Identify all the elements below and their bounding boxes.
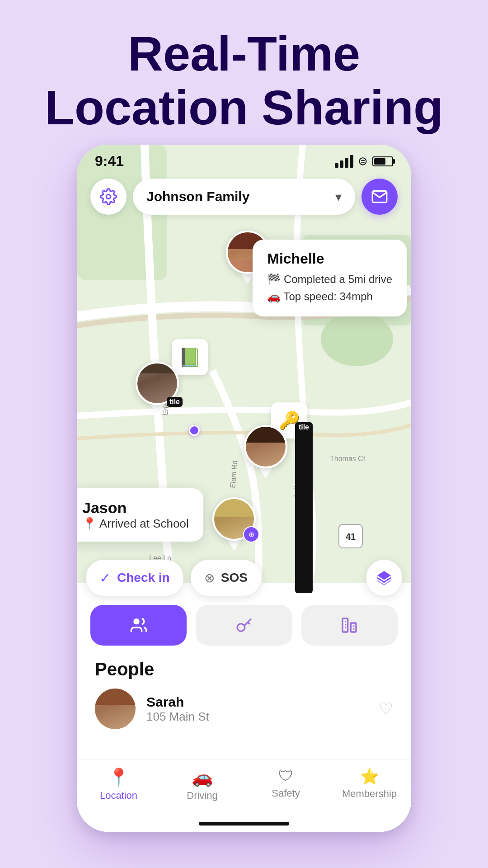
- sos-label: SOS: [221, 571, 248, 585]
- building-tab[interactable]: [301, 605, 398, 646]
- svg-text:41: 41: [346, 532, 356, 542]
- woman-pin[interactable]: [244, 425, 287, 478]
- svg-point-18: [133, 618, 139, 624]
- layers-button[interactable]: [366, 560, 402, 596]
- checkin-icon: ✓: [99, 570, 111, 586]
- status-icons: ⊜: [335, 154, 393, 168]
- battery-icon: [372, 156, 393, 166]
- jason-info-popup: Jason 📍 Arrived at School: [77, 488, 203, 542]
- mail-icon: [371, 188, 388, 205]
- driving-nav-icon: 🚗: [192, 767, 213, 787]
- person-name: Sarah: [146, 694, 209, 710]
- people-section: People Sarah 105 Main St ♡: [77, 650, 411, 734]
- map-header: Johnson Family ▾: [90, 179, 398, 215]
- membership-nav-label: Membership: [342, 788, 397, 800]
- nav-item-location[interactable]: 📍 Location: [77, 767, 160, 802]
- person-row[interactable]: Sarah 105 Main St ♡: [95, 689, 393, 729]
- nav-item-driving[interactable]: 🚗 Driving: [160, 767, 244, 802]
- people-title: People: [95, 659, 393, 679]
- family-name: Johnson Family: [146, 189, 249, 204]
- status-bar: 9:41 ⊜: [77, 145, 411, 174]
- checkin-label: Check in: [117, 571, 170, 585]
- building-icon: [340, 616, 358, 634]
- driving-nav-label: Driving: [187, 790, 217, 802]
- location-dot: [189, 425, 200, 436]
- status-time: 9:41: [95, 153, 124, 170]
- mail-button[interactable]: [361, 179, 398, 215]
- people-icon: [130, 616, 148, 634]
- michelle-info-popup: Michelle 🏁 Completed a 5mi drive 🚗 Top s…: [253, 240, 407, 316]
- person-avatar: [95, 689, 136, 729]
- nav-item-membership[interactable]: ⭐ Membership: [328, 767, 411, 800]
- hero-title: Real-Time Location Sharing: [0, 0, 488, 153]
- chevron-down-icon: ▾: [335, 189, 342, 204]
- tab-row: [77, 592, 411, 650]
- keys-tab[interactable]: [196, 605, 292, 646]
- svg-text:Thomas Ct: Thomas Ct: [330, 455, 366, 462]
- dad-pin[interactable]: tile: [136, 362, 179, 415]
- svg-rect-20: [343, 618, 348, 632]
- family-dropdown[interactable]: Johnson Family ▾: [133, 179, 355, 215]
- signal-icon: [335, 155, 353, 168]
- svg-rect-21: [351, 623, 357, 632]
- home-indicator: [199, 822, 289, 826]
- tile-badge-2: tile: [295, 422, 313, 593]
- safety-nav-icon: 🛡: [278, 767, 294, 785]
- nav-item-safety[interactable]: 🛡 Safety: [244, 767, 328, 799]
- jason-pin[interactable]: ⊕: [212, 497, 256, 551]
- heart-icon[interactable]: ♡: [379, 699, 393, 718]
- sos-icon: ⊗: [204, 571, 215, 585]
- wifi-icon: ⊜: [358, 154, 368, 168]
- svg-point-3: [321, 312, 393, 366]
- bottom-nav: 📍 Location 🚗 Driving 🛡 Safety ⭐ Membersh…: [77, 760, 411, 832]
- action-bar: ✓ Check in ⊗ SOS: [86, 560, 402, 596]
- person-address: 105 Main St: [146, 710, 209, 724]
- sos-button[interactable]: ⊗ SOS: [191, 560, 261, 596]
- safety-nav-label: Safety: [272, 788, 300, 799]
- people-tab[interactable]: [90, 605, 187, 646]
- key-icon: [235, 616, 253, 634]
- layers-icon: [376, 570, 392, 586]
- phone-mockup: Bradyville Pike Wall St Erford Blvd Elam…: [77, 145, 411, 832]
- location-nav-label: Location: [100, 790, 137, 802]
- checkin-button[interactable]: ✓ Check in: [86, 560, 183, 596]
- gear-icon: [100, 188, 117, 205]
- map-area: Bradyville Pike Wall St Erford Blvd Elam…: [77, 145, 411, 601]
- membership-nav-icon: ⭐: [360, 767, 379, 785]
- person-info: Sarah 105 Main St: [146, 694, 209, 724]
- svg-point-19: [237, 624, 245, 632]
- location-nav-icon: 📍: [108, 767, 129, 787]
- settings-button[interactable]: [90, 179, 127, 215]
